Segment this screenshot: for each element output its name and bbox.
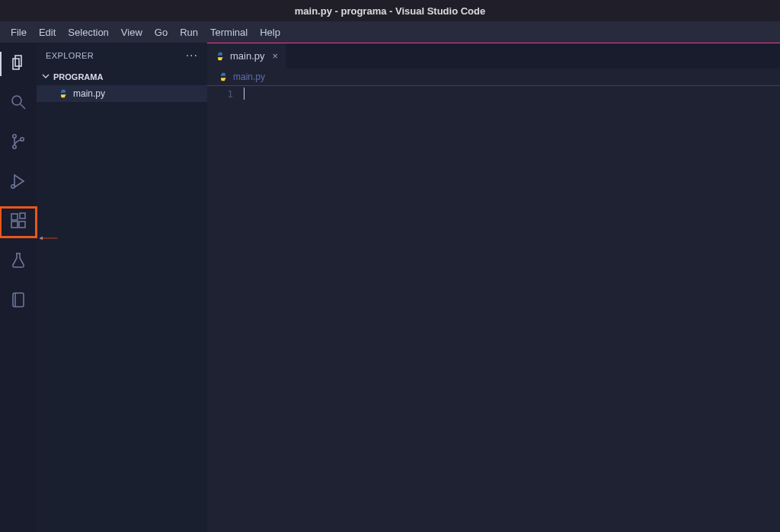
editor-tab[interactable]: main.py × <box>207 43 286 68</box>
svg-marker-5 <box>14 175 24 187</box>
explorer-folder-header[interactable]: PROGRAMA <box>37 68 207 85</box>
python-icon <box>218 72 229 82</box>
chevron-down-icon <box>41 72 50 81</box>
text-cursor <box>244 88 245 100</box>
menu-go[interactable]: Go <box>149 27 174 38</box>
window-title: main.py - programa - Visual Studio Code <box>295 5 485 17</box>
menu-file[interactable]: File <box>5 27 33 38</box>
line-number: 1 <box>207 88 233 101</box>
svg-point-3 <box>13 145 16 148</box>
activity-search[interactable] <box>0 88 37 119</box>
search-icon <box>9 93 27 114</box>
menu-edit[interactable]: Edit <box>33 27 62 38</box>
editor-group: main.py × main.py 1 <box>207 43 780 532</box>
svg-point-2 <box>13 135 16 138</box>
code-editor[interactable]: 1 <box>207 85 780 532</box>
activity-run-debug[interactable] <box>0 167 37 198</box>
activity-testing[interactable] <box>0 247 37 277</box>
svg-rect-9 <box>19 221 25 228</box>
menu-help[interactable]: Help <box>254 27 286 38</box>
line-number-gutter: 1 <box>207 86 244 532</box>
explorer-header: EXPLORER ··· <box>37 43 207 68</box>
activity-explorer[interactable] <box>0 49 37 79</box>
files-icon <box>9 53 27 75</box>
explorer-folder-name: PROGRAMA <box>53 72 103 81</box>
explorer-title: EXPLORER <box>46 51 94 60</box>
explorer-file-row[interactable]: main.py <box>37 85 207 102</box>
svg-rect-11 <box>13 293 24 307</box>
svg-point-0 <box>12 96 21 105</box>
editor-tab-close[interactable]: × <box>270 50 279 62</box>
menu-view[interactable]: View <box>115 27 149 38</box>
python-icon <box>215 51 225 62</box>
menu-terminal[interactable]: Terminal <box>204 27 254 38</box>
menu-bar: File Edit Selection View Go Run Terminal… <box>0 21 780 43</box>
editor-tab-bar: main.py × <box>207 43 780 68</box>
window-titlebar: main.py - programa - Visual Studio Code <box>0 0 780 21</box>
svg-point-6 <box>11 185 14 188</box>
explorer-file-name: main.py <box>73 88 105 99</box>
editor-tab-label: main.py <box>230 50 265 62</box>
svg-rect-7 <box>11 214 18 220</box>
notebook-icon <box>9 291 27 312</box>
activity-source-control[interactable] <box>0 128 37 158</box>
svg-rect-8 <box>11 221 18 228</box>
svg-line-1 <box>21 104 25 109</box>
activity-bar <box>0 43 37 532</box>
flask-icon <box>9 251 27 272</box>
explorer-sidebar: EXPLORER ··· PROGRAMA main.py <box>37 43 207 532</box>
breadcrumb-segment: main.py <box>233 72 265 82</box>
branch-icon <box>9 132 27 154</box>
svg-rect-10 <box>20 213 25 218</box>
svg-point-4 <box>21 138 24 141</box>
activity-notebook[interactable] <box>0 286 37 317</box>
menu-selection[interactable]: Selection <box>62 27 114 38</box>
activity-extensions[interactable] <box>0 207 37 237</box>
breadcrumb[interactable]: main.py <box>207 68 780 85</box>
menu-run[interactable]: Run <box>174 27 204 38</box>
extensions-icon <box>9 212 27 233</box>
explorer-more-button[interactable]: ··· <box>186 49 198 62</box>
code-area[interactable] <box>244 86 780 532</box>
play-bug-icon <box>9 172 27 193</box>
main-area: EXPLORER ··· PROGRAMA main.py main.py × <box>0 43 780 532</box>
python-icon <box>58 88 69 99</box>
